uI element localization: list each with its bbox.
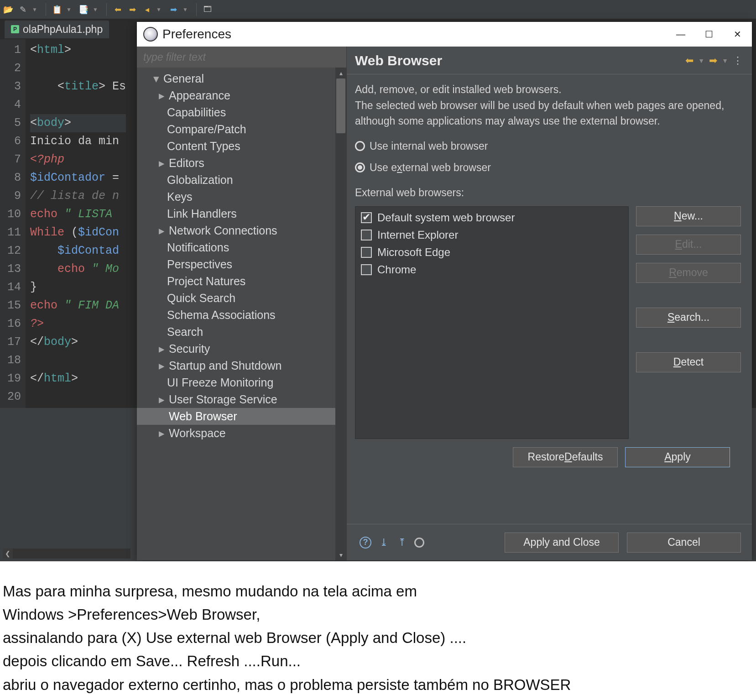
editor-tab[interactable]: P olaPhpAula1.php — [5, 21, 109, 38]
tree-item[interactable]: Project Natures — [137, 273, 346, 290]
dropdown-icon[interactable]: ▼ — [698, 57, 704, 64]
tree-item[interactable]: Compare/Patch — [137, 121, 346, 138]
browser-list-item[interactable]: Internet Explorer — [361, 229, 623, 241]
tree-item[interactable]: UI Freeze Monitoring — [137, 374, 346, 391]
close-button[interactable]: ✕ — [733, 30, 742, 39]
scroll-up-icon[interactable]: ▴ — [335, 68, 346, 78]
apply-and-close-button[interactable]: Apply and Close — [505, 533, 619, 553]
import-icon[interactable]: ⤓ — [378, 537, 390, 549]
tree-item[interactable]: ▸Startup and Shutdown — [137, 357, 346, 374]
dialog-footer: ? ⤓ ⤒ Apply and Close Cancel — [347, 524, 752, 560]
tree-item[interactable]: Link Handlers — [137, 205, 346, 222]
tree-item[interactable]: Web Browser — [137, 408, 346, 425]
tree-item[interactable]: Globalization — [137, 172, 346, 188]
radio-icon[interactable] — [355, 141, 365, 151]
separator — [196, 3, 197, 16]
preferences-dialog: Preferences — ☐ ✕ ▴ ▾ ▾General▸Appearanc… — [137, 22, 752, 560]
cancel-button[interactable]: Cancel — [627, 533, 741, 553]
detect-button[interactable]: Detect — [636, 352, 741, 372]
dropdown-icon[interactable]: ▼ — [722, 57, 728, 64]
browser-label: Microsoft Edge — [377, 246, 450, 259]
browser-list[interactable]: Default system web browserInternet Explo… — [355, 206, 629, 439]
tree-item[interactable]: ▸Security — [137, 340, 346, 357]
tree-item[interactable]: ▸Editors — [137, 155, 346, 172]
radio and-label: Use external web browser — [370, 162, 491, 174]
tree-item[interactable]: Capabilities — [137, 104, 346, 121]
tree-item[interactable]: ▸Workspace — [137, 425, 346, 442]
external-browsers-label: External web browsers: — [355, 187, 741, 199]
toolbar-icon[interactable]: 📋 — [52, 4, 63, 15]
text-line: abriu o navegador externo certinho, mas … — [3, 673, 753, 696]
article-text: Mas para minha surpresa, mesmo mudando n… — [0, 561, 756, 700]
checkbox-icon[interactable] — [361, 247, 372, 258]
nav-forward-icon[interactable]: ➡ — [127, 4, 138, 15]
checkbox-icon[interactable] — [361, 230, 372, 240]
radio-internal-browser[interactable]: Use internal web browser — [355, 140, 741, 152]
tree-item[interactable]: Schema Associations — [137, 307, 346, 324]
dropdown-icon[interactable]: ▼ — [63, 4, 74, 15]
tree-item[interactable]: ▸Appearance — [137, 87, 346, 104]
help-icon[interactable]: ? — [360, 537, 371, 549]
text-line: depois clicando em Save... Refresh ....R… — [3, 649, 753, 673]
preferences-tree[interactable]: ▴ ▾ ▾General▸AppearanceCapabilitiesCompa… — [137, 68, 346, 560]
dialog-titlebar: Preferences — ☐ ✕ — [137, 22, 752, 47]
tree-item[interactable]: Content Types — [137, 138, 346, 155]
horizontal-scrollbar[interactable]: ❮ — [3, 549, 130, 559]
nav-forward-blue-icon[interactable]: ➡ — [168, 4, 179, 15]
search-button[interactable]: Search... — [636, 308, 741, 328]
radio-external-browser[interactable]: Use external web browser — [355, 162, 741, 174]
code-content[interactable]: <html> <title> Es <body>Inicio da min<?p… — [26, 39, 126, 408]
nav-back-icon[interactable]: ⬅ — [685, 55, 693, 67]
tree-item[interactable]: Keys — [137, 188, 346, 205]
edit-button: Edit... — [636, 235, 741, 255]
dropdown-icon[interactable]: ▼ — [153, 4, 164, 15]
tree-item[interactable]: Quick Search — [137, 290, 346, 307]
php-file-icon: P — [11, 25, 19, 33]
menu-icon[interactable]: ⋮ — [733, 55, 743, 67]
checkbox-icon[interactable] — [361, 212, 372, 223]
toolbar-icon[interactable]: 📂 — [3, 4, 14, 15]
browser-list-item[interactable]: Microsoft Edge — [361, 246, 623, 259]
filter-input[interactable] — [137, 47, 346, 68]
new-button[interactable]: New... — [636, 206, 741, 226]
line-number-gutter: 1234567891011121314151617181920 — [0, 39, 26, 408]
tree-item[interactable]: ▸User Storage Service — [137, 391, 346, 408]
dropdown-icon[interactable]: ▼ — [90, 4, 101, 15]
checkbox-icon[interactable] — [361, 264, 372, 275]
browser-label: Internet Explorer — [377, 229, 458, 241]
dropdown-icon[interactable]: ▼ — [180, 4, 191, 15]
toolbar-icon[interactable]: 🗔 — [202, 4, 213, 15]
tree-scrollbar[interactable]: ▴ ▾ — [335, 68, 346, 560]
preferences-page: Web Browser ⬅ ▼ ➡ ▼ ⋮ Add, remove, or ed… — [347, 47, 752, 560]
scroll-down-icon[interactable]: ▾ — [335, 549, 346, 560]
restore-defaults-button[interactable]: Restore Defaults — [513, 447, 618, 467]
tree-item[interactable]: Search — [137, 324, 346, 340]
scroll-track[interactable] — [13, 549, 130, 559]
tree-item[interactable]: ▾General — [137, 70, 346, 87]
scroll-thumb[interactable] — [336, 78, 345, 133]
page-description: Add, remove, or edit installed web brows… — [355, 82, 741, 129]
nav-back-small-icon[interactable]: ◂ — [141, 4, 152, 15]
maximize-button[interactable]: ☐ — [704, 30, 714, 39]
ide-toolbar: 📂 ✎ ▼ 📋 ▼ 📑 ▼ ⬅ ➡ ◂ ▼ ➡ ▼ 🗔 — [0, 0, 756, 19]
tree-item[interactable]: ▸Network Connections — [137, 222, 346, 239]
minimize-button[interactable]: — — [676, 30, 685, 39]
radio-icon[interactable] — [355, 162, 365, 172]
preferences-tree-panel: ▴ ▾ ▾General▸AppearanceCapabilitiesCompa… — [137, 47, 347, 560]
eclipse-icon — [143, 27, 158, 42]
nav-forward-icon[interactable]: ➡ — [709, 55, 717, 67]
browser-label: Chrome — [377, 263, 416, 276]
scroll-left-icon[interactable]: ❮ — [3, 549, 13, 559]
browser-list-item[interactable]: Chrome — [361, 263, 623, 276]
export-icon[interactable]: ⤒ — [396, 537, 408, 549]
browser-list-item[interactable]: Default system web browser — [361, 211, 623, 224]
nav-back-icon[interactable]: ⬅ — [112, 4, 123, 15]
tree-item[interactable]: Perspectives — [137, 256, 346, 273]
toolbar-icon[interactable]: ✎ — [17, 4, 28, 15]
dropdown-icon[interactable]: ▼ — [29, 4, 40, 15]
apply-button[interactable]: Apply — [625, 447, 730, 467]
tree-item[interactable]: Notifications — [137, 239, 346, 256]
toolbar-icon[interactable]: 📑 — [78, 4, 89, 15]
dialog-title: Preferences — [162, 27, 231, 42]
remove-button: Remove — [636, 263, 741, 283]
